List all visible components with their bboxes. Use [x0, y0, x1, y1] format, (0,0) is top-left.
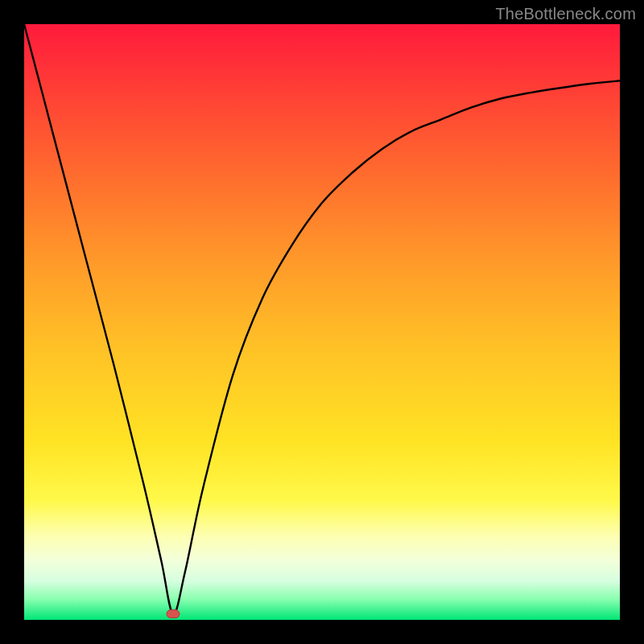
chart-frame: TheBottleneck.com: [0, 0, 644, 644]
bottleneck-chart: [24, 24, 620, 620]
optimal-point-marker: [167, 610, 180, 618]
plot-area: [24, 24, 620, 620]
watermark-text: TheBottleneck.com: [495, 5, 636, 23]
gradient-background: [24, 24, 620, 620]
